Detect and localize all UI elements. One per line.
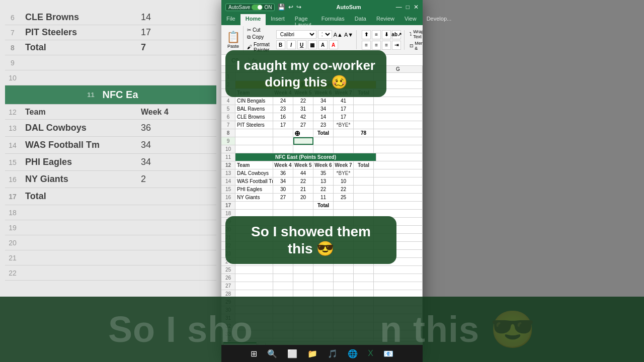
copy-label: Copy [252, 34, 264, 40]
italic-button[interactable]: I [287, 40, 296, 49]
spotify-icon[interactable]: 🎵 [328, 349, 338, 358]
tab-home[interactable]: Home [240, 14, 266, 25]
increase-font-icon[interactable]: A▲ [334, 32, 343, 38]
alignment-group: ⬆ ≡ ⬇ ab↗ ≡ ≡ ≡ ⇥ [359, 30, 405, 50]
ribbon: File Home Insert Page Layout Formulas Da… [221, 14, 423, 55]
decrease-font-icon[interactable]: A▼ [344, 32, 353, 38]
paste-label: Paste [227, 44, 239, 49]
font-row-2: B I U ▦ A A [276, 40, 353, 49]
autosave-badge: AutoSave ON [225, 4, 275, 11]
undo-icon[interactable]: ↩ [288, 4, 293, 11]
wrap-icon: ⤵ [410, 32, 412, 37]
table-row: 17 Total [221, 202, 423, 210]
excel-taskbar-icon[interactable]: 📁 [307, 349, 317, 358]
table-row: 12 Team Week 4 Week 5 Week 6 Week 7 Tota… [221, 161, 423, 169]
align-row-1: ⬆ ≡ ⬇ ab↗ [362, 30, 401, 39]
font-size-select[interactable]: 11 [318, 30, 332, 39]
fill-color-button[interactable]: A [318, 40, 328, 49]
ribbon-tabs: File Home Insert Page Layout Formulas Da… [221, 14, 423, 25]
table-row: 11 NFC East (Points Scored) [221, 153, 423, 161]
caption-box-2: So I showed them this 😎 [225, 216, 396, 264]
tab-data[interactable]: Data [350, 14, 371, 25]
cut-button[interactable]: ✂ Cut [246, 27, 271, 33]
task-view-icon[interactable]: ⬜ [287, 349, 297, 358]
cut-icon: ✂ [247, 27, 251, 33]
windows-icon[interactable]: ⊞ [251, 349, 257, 358]
window-controls: — □ ✕ [396, 4, 419, 11]
format-painter-icon: 🖌 [247, 44, 252, 50]
table-row: 14 WAS Football Tm 34 22 13 10 [221, 177, 423, 186]
paste-group: 📋 Paste [223, 26, 244, 53]
table-row: 5 BAL Ravens 23 31 34 17 [221, 105, 423, 113]
save-icon[interactable]: 💾 [278, 4, 285, 11]
bottom-overlay-text: So I sho n this 😎 [108, 308, 536, 351]
font-row-1: Calibri 11 A▲ A▼ [276, 30, 353, 39]
table-row: 13 DAL Cowboys 36 44 35 *BYE* [221, 169, 423, 177]
tab-page-layout[interactable]: Page Layout [290, 14, 316, 25]
tab-view[interactable]: View [399, 14, 422, 25]
align-right-button[interactable]: ≡ [382, 41, 391, 50]
merge-icon: ⊡ [410, 43, 414, 48]
table-row: 10 [221, 145, 423, 153]
copy-button[interactable]: ⧉ Copy [246, 34, 271, 41]
close-icon[interactable]: ✕ [414, 4, 419, 11]
excel-icon[interactable]: X [368, 349, 373, 358]
tab-file[interactable]: File [221, 14, 240, 25]
table-row: 15 PHI Eagles 30 21 22 22 [221, 186, 423, 194]
merge-button[interactable]: ⊡ Merge & [410, 41, 423, 51]
cut-label: Cut [253, 27, 261, 33]
orientation-button[interactable]: ab↗ [392, 30, 401, 39]
align-bottom-button[interactable]: ⬇ [382, 30, 391, 39]
font-name-select[interactable]: Calibri [276, 30, 316, 39]
title-bar-left: AutoSave ON 💾 ↩ ↪ [225, 4, 301, 11]
autosave-label: AutoSave [228, 5, 250, 10]
align-top-button[interactable]: ⬆ [362, 30, 371, 39]
table-row: 26 [221, 274, 423, 282]
wrap-text-button[interactable]: ⤵ Wrap Text [410, 29, 423, 39]
align-center-button[interactable]: ≡ [372, 41, 381, 50]
wrap-merge-group: ⤵ Wrap Text ⊡ Merge & [407, 29, 423, 51]
table-row: 25 [221, 266, 423, 274]
table-row: 8 ⊕ Total 78 [221, 129, 423, 137]
table-row: 6 CLE Browns 16 42 14 17 [221, 113, 423, 121]
caption-2-text: So I showed them this 😎 [237, 223, 384, 257]
autosum-label: AutoSum [337, 4, 361, 10]
indent-button[interactable]: ⇥ [392, 41, 401, 50]
minimize-icon[interactable]: — [396, 4, 402, 11]
bold-button[interactable]: B [276, 40, 285, 49]
table-row: 16 NY Giants 27 20 11 25 [221, 194, 423, 202]
wrap-label: Wrap Text [413, 29, 423, 39]
tab-develop[interactable]: Develop... [422, 14, 457, 25]
cursor-icon: ⊕ [294, 129, 300, 137]
table-row: 7 PIT Steelers 17 27 23 *BYE* [221, 121, 423, 129]
redo-icon[interactable]: ↪ [296, 4, 301, 11]
table-row: 4 CIN Bengals 24 22 34 41 [221, 97, 423, 105]
autosave-state: ON [264, 5, 272, 10]
taskbar: ⊞ 🔍 ⬜ 📁 🎵 🌐 X 📧 [221, 345, 423, 362]
search-icon[interactable]: 🔍 [267, 349, 277, 358]
paste-icon[interactable]: 📋 [226, 31, 240, 44]
chrome-icon[interactable]: 🌐 [348, 349, 358, 358]
font-group: Calibri 11 A▲ A▼ B I U ▦ A A [273, 30, 357, 49]
title-bar: AutoSave ON 💾 ↩ ↪ AutoSum — □ ✕ [221, 0, 423, 14]
outlook-icon[interactable]: 📧 [383, 349, 393, 358]
caption-1-text: I caught my co-worker doing this 🥴 [236, 57, 375, 90]
tab-review[interactable]: Review [371, 14, 399, 25]
align-row-2: ≡ ≡ ≡ ⇥ [362, 41, 401, 50]
align-middle-button[interactable]: ≡ [372, 30, 381, 39]
table-row: 27 [221, 282, 423, 290]
autosave-toggle[interactable] [252, 5, 263, 10]
align-left-button[interactable]: ≡ [362, 41, 371, 50]
font-color-button[interactable]: A [329, 40, 338, 49]
tab-insert[interactable]: Insert [266, 14, 290, 25]
merge-label: Merge & [415, 41, 423, 51]
table-row: 9 [221, 137, 423, 145]
copy-icon: ⧉ [247, 34, 251, 40]
clipboard-group: ✂ Cut ⧉ Copy 🖌 Format Painter [246, 27, 271, 53]
maximize-icon[interactable]: □ [406, 4, 410, 11]
border-button[interactable]: ▦ [308, 40, 317, 49]
underline-button[interactable]: U [297, 40, 306, 49]
tab-formulas[interactable]: Formulas [316, 14, 350, 25]
caption-box-1: I caught my co-worker doing this 🥴 [225, 50, 386, 97]
